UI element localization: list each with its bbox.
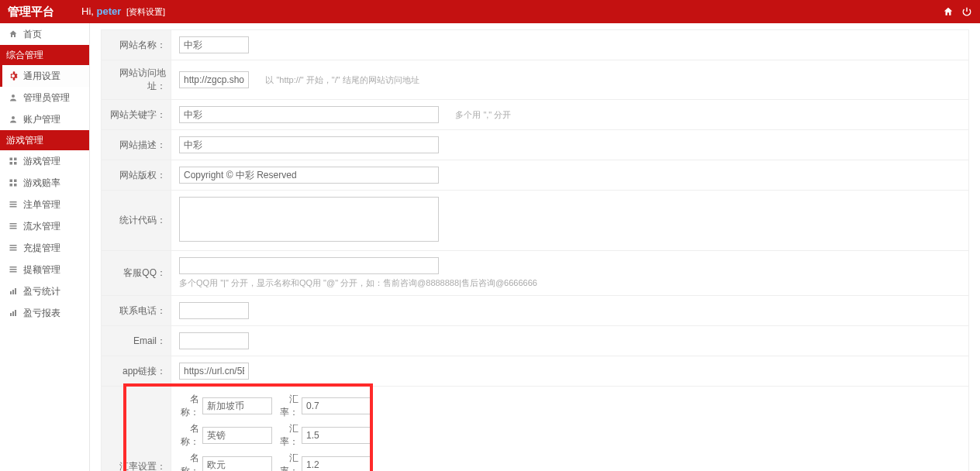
svg-rect-13 bbox=[10, 223, 17, 225]
sidebar-item-label: 账户管理 bbox=[23, 113, 60, 126]
sidebar-item-label: 提额管理 bbox=[23, 263, 60, 277]
svg-rect-19 bbox=[10, 266, 17, 268]
rates-cell: 名称：汇率：名称：汇率：名称：汇率：名称：汇率：名称：汇率： bbox=[171, 387, 969, 472]
svg-rect-4 bbox=[10, 162, 13, 165]
sidebar: 首页 综合管理 通用设置 管理员管理 账户管理 游戏管理 游戏管理 bbox=[0, 23, 90, 471]
svg-rect-22 bbox=[10, 291, 12, 294]
sidebar-section-game: 游戏管理 bbox=[0, 130, 89, 150]
greet-username[interactable]: peter bbox=[97, 5, 122, 17]
list-icon bbox=[8, 199, 19, 210]
sidebar-item-profit-stats[interactable]: 盈亏统计 bbox=[0, 280, 89, 302]
hint-site-keywords: 多个用 "," 分开 bbox=[455, 110, 511, 119]
sidebar-item-home[interactable]: 首页 bbox=[0, 23, 89, 45]
svg-rect-26 bbox=[12, 311, 14, 316]
label-stats-code: 统计代码： bbox=[102, 191, 171, 251]
svg-rect-16 bbox=[10, 245, 17, 246]
rates-container: 名称：汇率：名称：汇率：名称：汇率：名称：汇率：名称：汇率： bbox=[179, 393, 961, 471]
input-site-url[interactable] bbox=[179, 71, 249, 88]
sidebar-item-label: 首页 bbox=[23, 28, 42, 41]
rate-value-input[interactable] bbox=[302, 456, 371, 471]
input-qq[interactable] bbox=[179, 257, 439, 274]
input-applink[interactable] bbox=[179, 363, 249, 380]
input-phone[interactable] bbox=[179, 302, 249, 319]
sidebar-item-label: 充提管理 bbox=[23, 242, 60, 255]
rate-name-input[interactable] bbox=[202, 397, 272, 414]
svg-rect-6 bbox=[10, 180, 13, 183]
svg-rect-20 bbox=[10, 269, 17, 270]
sidebar-item-profit-report[interactable]: 盈亏报表 bbox=[0, 302, 89, 324]
svg-rect-9 bbox=[14, 184, 17, 187]
sidebar-item-label: 游戏管理 bbox=[23, 155, 60, 168]
input-site-desc[interactable] bbox=[179, 136, 439, 153]
brand-title: 管理平台 bbox=[8, 5, 54, 19]
greet-tag[interactable]: [资料设置] bbox=[126, 7, 165, 16]
user-icon bbox=[8, 114, 19, 125]
label-site-copy: 网站版权： bbox=[102, 160, 171, 191]
sidebar-item-quota-mgmt[interactable]: 提额管理 bbox=[0, 259, 89, 280]
svg-rect-27 bbox=[15, 310, 16, 316]
label-site-desc: 网站描述： bbox=[102, 130, 171, 160]
sidebar-item-label: 盈亏统计 bbox=[23, 285, 60, 298]
rate-row: 名称：汇率： bbox=[179, 393, 961, 419]
main-content: 网站名称： 网站访问地址： 以 "http://" 开始，"/" 结尾的网站访问… bbox=[90, 23, 980, 471]
svg-point-0 bbox=[12, 95, 15, 98]
svg-rect-8 bbox=[10, 184, 13, 187]
label-phone: 联系电话： bbox=[102, 296, 171, 326]
rate-value-label: 汇率： bbox=[278, 393, 298, 419]
sidebar-item-game-odds[interactable]: 游戏赔率 bbox=[0, 172, 89, 194]
list-icon bbox=[8, 221, 19, 232]
sidebar-item-flow-mgmt[interactable]: 流水管理 bbox=[0, 215, 89, 237]
gear-icon bbox=[8, 70, 19, 81]
svg-rect-10 bbox=[10, 201, 17, 203]
user-icon bbox=[8, 92, 19, 103]
label-qq: 客服QQ： bbox=[102, 251, 171, 296]
chart-icon bbox=[8, 308, 19, 318]
svg-rect-18 bbox=[10, 249, 17, 251]
svg-rect-12 bbox=[10, 206, 17, 208]
sidebar-item-label: 盈亏报表 bbox=[23, 307, 60, 320]
sidebar-item-general-settings[interactable]: 通用设置 bbox=[0, 65, 89, 87]
svg-rect-25 bbox=[10, 313, 12, 316]
rate-name-label: 名称： bbox=[179, 422, 199, 449]
svg-rect-17 bbox=[10, 247, 17, 249]
sidebar-section-general: 综合管理 bbox=[0, 45, 89, 65]
svg-rect-7 bbox=[14, 180, 17, 183]
svg-rect-24 bbox=[15, 288, 16, 294]
power-icon[interactable] bbox=[961, 6, 972, 17]
top-header: 管理平台 Hi, peter [资料设置] bbox=[0, 0, 980, 23]
sidebar-item-admin-mgmt[interactable]: 管理员管理 bbox=[0, 87, 89, 108]
svg-rect-21 bbox=[10, 271, 17, 273]
rate-value-input[interactable] bbox=[302, 427, 371, 444]
rate-name-label: 名称： bbox=[179, 393, 199, 419]
svg-rect-5 bbox=[14, 162, 17, 165]
sidebar-item-deposit-mgmt[interactable]: 充提管理 bbox=[0, 237, 89, 259]
list-icon bbox=[8, 242, 19, 253]
rate-name-input[interactable] bbox=[202, 427, 272, 444]
rate-value-label: 汇率： bbox=[278, 422, 298, 449]
hint-qq: 多个QQ用 "|" 分开，显示名称和QQ用 "@" 分开，如：售前咨询@8888… bbox=[179, 277, 961, 289]
input-site-copy[interactable] bbox=[179, 167, 439, 184]
input-stats-code[interactable] bbox=[179, 197, 439, 242]
svg-rect-2 bbox=[10, 158, 13, 161]
rate-name-input[interactable] bbox=[202, 456, 272, 471]
greeting: Hi, peter [资料设置] bbox=[81, 5, 165, 18]
svg-rect-14 bbox=[10, 225, 17, 227]
sidebar-item-account-mgmt[interactable]: 账户管理 bbox=[0, 108, 89, 130]
hint-site-url: 以 "http://" 开始，"/" 结尾的网站访问地址 bbox=[265, 75, 419, 84]
sidebar-item-order-mgmt[interactable]: 注单管理 bbox=[0, 194, 89, 215]
list-icon bbox=[8, 264, 19, 275]
sidebar-item-label: 游戏赔率 bbox=[23, 177, 60, 190]
input-email[interactable] bbox=[179, 332, 249, 349]
input-site-keywords[interactable] bbox=[179, 106, 439, 123]
sidebar-item-game-mgmt[interactable]: 游戏管理 bbox=[0, 150, 89, 172]
label-site-url: 网站访问地址： bbox=[102, 60, 171, 100]
grid-icon bbox=[8, 177, 19, 188]
grid-icon bbox=[8, 156, 19, 167]
svg-point-1 bbox=[12, 116, 15, 119]
svg-rect-15 bbox=[10, 228, 17, 229]
home-icon[interactable] bbox=[943, 6, 954, 17]
input-site-name[interactable] bbox=[179, 36, 249, 53]
rate-value-input[interactable] bbox=[302, 397, 371, 414]
sidebar-item-label: 通用设置 bbox=[23, 70, 60, 83]
settings-form: 网站名称： 网站访问地址： 以 "http://" 开始，"/" 结尾的网站访问… bbox=[101, 29, 969, 471]
